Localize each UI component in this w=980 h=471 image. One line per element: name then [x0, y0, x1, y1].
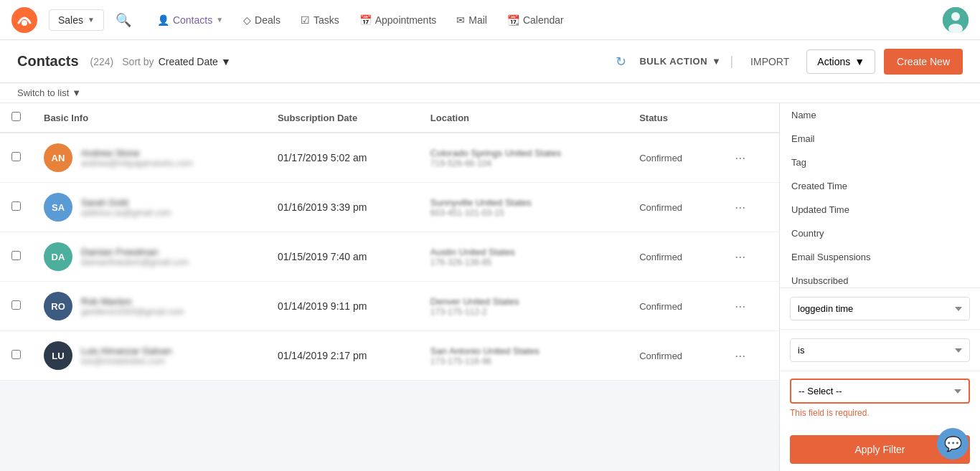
filter-item-unsubscribed[interactable]: Unsubscribed — [780, 269, 980, 288]
row-checkbox[interactable] — [11, 300, 21, 310]
row-basic-info: RO Rob Manton gentleron2003@gmail.com — [32, 282, 266, 331]
bulk-action-button[interactable]: BULK ACTION ▼ — [639, 56, 721, 67]
row-checkbox-cell — [0, 183, 32, 232]
row-subscription-date: 01/14/2019 9:11 pm — [266, 282, 419, 331]
search-button[interactable]: 🔍 — [110, 6, 137, 34]
custom-field-section: loggedin time — [780, 288, 980, 330]
table-body: AN Andrew Stone andrew@mkpaperworks.com … — [0, 133, 779, 381]
contact-avatar: AN — [44, 143, 72, 172]
filter-item-updated_time[interactable]: Updated Time — [780, 198, 980, 222]
contact-avatar: RO — [44, 292, 72, 320]
sort-label: Sort by — [122, 56, 154, 67]
operator-selector[interactable]: is — [790, 338, 970, 362]
contact-name: Sarah Gold — [81, 197, 171, 208]
row-checkbox[interactable] — [11, 350, 21, 359]
filter-item-tag[interactable]: Tag — [780, 151, 980, 174]
create-new-button[interactable]: Create New — [884, 49, 963, 75]
header-location: Location — [419, 103, 628, 133]
filter-item-email_suspensions[interactable]: Email Suspensions — [780, 245, 980, 269]
nav-item-deals[interactable]: ◇ Deals — [235, 9, 289, 32]
nav-item-mail[interactable]: ✉ Mail — [448, 9, 496, 32]
row-subscription-date: 01/17/2019 5:02 am — [266, 133, 419, 183]
app-logo[interactable] — [11, 7, 37, 33]
row-basic-info: LU Luis Almanzar Galvan luis@mrwebsites.… — [32, 331, 266, 381]
row-location: San Antonio United States 173-175-116-96 — [419, 331, 628, 381]
row-more-button[interactable]: ··· — [729, 296, 751, 317]
contacts-arrow-icon: ▼ — [216, 16, 223, 24]
deals-icon: ◇ — [243, 14, 251, 26]
contacts-count: (224) — [90, 56, 114, 67]
row-status: Confirmed — [628, 331, 717, 381]
workspace-selector[interactable]: Sales ▼ — [49, 9, 104, 31]
import-button[interactable]: IMPORT — [742, 52, 798, 72]
row-more-button[interactable]: ··· — [729, 148, 751, 168]
row-checkbox-cell — [0, 133, 32, 183]
contact-name: Luis Almanzar Galvan — [81, 346, 171, 356]
top-nav: Sales ▼ 🔍 👤 Contacts ▼ ◇ Deals ☑ Tasks 📅… — [0, 0, 980, 40]
row-status: Confirmed — [628, 282, 717, 331]
header-actions — [717, 103, 779, 133]
row-status: Confirmed — [628, 133, 717, 183]
row-more-button[interactable]: ··· — [729, 197, 751, 218]
operator-section: is — [780, 330, 980, 371]
header-basic-info: Basic Info — [32, 103, 266, 133]
page-title: Contacts — [17, 53, 79, 70]
table-row: AN Andrew Stone andrew@mkpaperworks.com … — [0, 133, 779, 183]
contact-name: Andrew Stone — [81, 148, 193, 158]
row-checkbox-cell — [0, 232, 32, 282]
sort-value[interactable]: Created Date ▼ — [159, 56, 231, 67]
row-more-cell: ··· — [717, 232, 779, 282]
contact-name: Damian Freedman — [81, 247, 189, 257]
row-checkbox[interactable] — [11, 251, 21, 260]
row-more-button[interactable]: ··· — [729, 247, 751, 267]
nav-appointments-label: Appointments — [375, 14, 437, 26]
contact-email: damianfreedom@gmail.com — [81, 257, 189, 267]
bulk-action-arrow-icon: ▼ — [712, 56, 721, 67]
filter-item-name[interactable]: Name — [780, 103, 980, 127]
nav-item-appointments[interactable]: 📅 Appointments — [351, 9, 446, 32]
row-more-cell: ··· — [717, 331, 779, 381]
select-all-checkbox[interactable] — [11, 112, 21, 121]
separator: | — [730, 54, 733, 69]
row-location: Austin United States 176-326-136-85 — [419, 232, 628, 282]
user-avatar[interactable] — [943, 7, 969, 33]
chat-button[interactable]: 💬 — [937, 428, 969, 460]
contact-avatar: DA — [44, 242, 72, 271]
row-subscription-date: 01/14/2019 2:17 pm — [266, 331, 419, 381]
apply-filter-label: Apply Filter — [854, 444, 905, 455]
row-more-cell: ··· — [717, 282, 779, 331]
filter-item-country[interactable]: Country — [780, 222, 980, 245]
value-selector[interactable]: -- Select -- — [790, 379, 970, 404]
page-header: Contacts (224) Sort by Created Date ▼ ↻ … — [0, 40, 980, 83]
nav-tasks-label: Tasks — [314, 14, 339, 26]
actions-arrow-icon: ▼ — [854, 56, 864, 67]
actions-button[interactable]: Actions ▼ — [806, 49, 875, 74]
nav-item-calendar[interactable]: 📆 Calendar — [499, 9, 573, 32]
nav-item-contacts[interactable]: 👤 Contacts ▼ — [149, 9, 232, 32]
value-section: -- Select -- This field is required. — [780, 371, 980, 425]
contact-email: andrew@mkpaperworks.com — [81, 158, 193, 168]
row-checkbox-cell — [0, 282, 32, 331]
workspace-label: Sales — [58, 14, 83, 26]
refresh-button[interactable]: ↻ — [611, 49, 631, 74]
filter-item-created_time[interactable]: Created Time — [780, 174, 980, 198]
nav-calendar-label: Calendar — [523, 14, 564, 26]
nav-item-tasks[interactable]: ☑ Tasks — [292, 9, 348, 32]
header-status: Status — [628, 103, 717, 133]
bulk-action-label: BULK ACTION — [639, 56, 707, 67]
row-more-button[interactable]: ··· — [729, 346, 751, 366]
contact-name: Rob Manton — [81, 296, 184, 307]
contact-email: luis@mrwebsites.com — [81, 356, 171, 366]
table-area: Basic Info Subscription Date Location St… — [0, 103, 779, 471]
contact-details: Sarah Gold address.sa@gmail.com — [81, 197, 171, 218]
row-checkbox[interactable] — [11, 201, 21, 211]
row-subscription-date: 01/15/2019 7:40 am — [266, 232, 419, 282]
custom-field-selector[interactable]: loggedin time — [790, 297, 970, 320]
switch-list-arrow-icon: ▼ — [72, 87, 81, 98]
row-location: Colorado Springs United States 719-526-6… — [419, 133, 628, 183]
table-header: Basic Info Subscription Date Location St… — [0, 103, 779, 133]
switch-to-list-button[interactable]: Switch to list ▼ — [17, 87, 81, 98]
row-subscription-date: 01/16/2019 3:39 pm — [266, 183, 419, 232]
row-checkbox[interactable] — [11, 152, 21, 161]
filter-item-email[interactable]: Email — [780, 127, 980, 151]
